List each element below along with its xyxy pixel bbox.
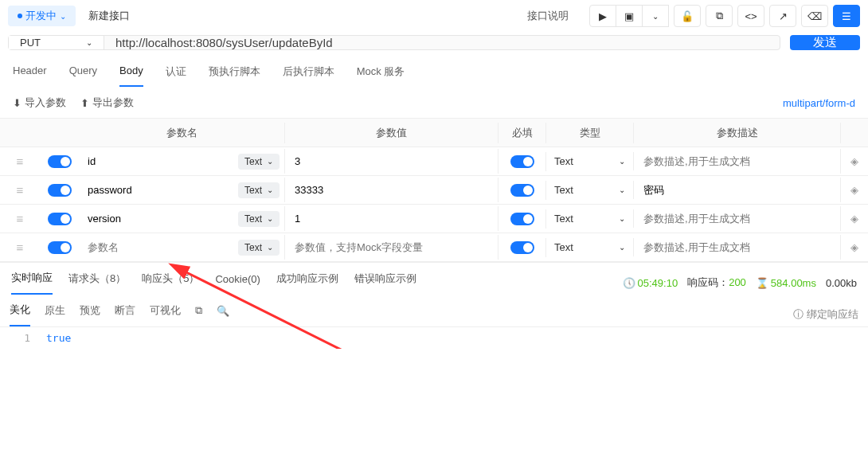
api-name[interactable]: 新建接口	[80, 6, 345, 26]
tab-auth[interactable]: 认证	[166, 64, 186, 87]
save-icon[interactable]: ▣	[616, 5, 643, 27]
help-icon: ⓘ	[793, 307, 803, 322]
field-type-select[interactable]: Text⌄	[238, 211, 280, 227]
param-name-input[interactable]	[84, 181, 233, 199]
field-type-select[interactable]: Text⌄	[238, 240, 280, 256]
chevron-down-icon: ⌄	[86, 38, 92, 47]
import-params-button[interactable]: ⬇导入参数	[13, 96, 66, 110]
data-type-select[interactable]: Text⌄	[546, 238, 634, 256]
exec-time: 05:49:10	[638, 277, 678, 289]
hourglass-icon: ⌛	[756, 277, 768, 289]
copy-icon[interactable]: ⧉	[706, 5, 733, 27]
resp-tab-live[interactable]: 实时响应	[11, 271, 53, 295]
send-button[interactable]: 发送	[790, 35, 860, 50]
param-row: ≡ Text⌄ Text⌄ ◈	[0, 176, 868, 205]
duration: 584.00ms	[771, 277, 816, 289]
required-toggle[interactable]	[510, 155, 534, 168]
param-desc-input[interactable]	[640, 209, 834, 228]
param-name-input[interactable]	[84, 209, 233, 228]
param-name-input[interactable]	[84, 152, 233, 170]
param-desc-input[interactable]	[640, 181, 834, 199]
export-params-button[interactable]: ⬆导出参数	[80, 96, 134, 110]
enable-toggle[interactable]	[48, 241, 72, 254]
body-type-select[interactable]: multipart/form-d	[783, 97, 855, 109]
cube-icon[interactable]: ◈	[850, 241, 858, 253]
resp-tab-cookie[interactable]: Cookie(0)	[215, 273, 260, 293]
chevron-down-icon: ⌄	[619, 243, 625, 252]
status-dot	[18, 14, 22, 18]
param-name-input[interactable]	[84, 238, 233, 256]
col-desc: 参数描述	[634, 123, 841, 143]
tab-pre-script[interactable]: 预执行脚本	[209, 64, 260, 87]
param-value-input[interactable]	[291, 181, 491, 199]
col-type: 类型	[546, 123, 634, 143]
param-value-input[interactable]	[291, 152, 491, 170]
drag-handle-icon[interactable]: ≡	[17, 154, 24, 168]
tool-visualize[interactable]: 可视化	[150, 303, 181, 326]
line-number: 1	[0, 327, 41, 349]
chevron-down-icon: ⌄	[267, 186, 273, 194]
required-toggle[interactable]	[510, 241, 534, 254]
resp-tab-resp-headers[interactable]: 响应头（5）	[142, 272, 199, 294]
tool-preview[interactable]: 预览	[80, 303, 100, 326]
bind-response-button[interactable]: ⓘ绑定响应结	[793, 307, 858, 322]
status-label: 响应码：	[687, 276, 729, 288]
tool-beautify[interactable]: 美化	[10, 303, 30, 326]
status-badge[interactable]: 开发中 ⌄	[8, 6, 76, 26]
download-icon: ⬇	[13, 97, 22, 109]
tab-mock[interactable]: Mock 服务	[357, 64, 405, 87]
chevron-down-icon: ⌄	[619, 186, 625, 194]
data-type-select[interactable]: Text⌄	[546, 209, 634, 228]
upload-icon: ⬆	[80, 97, 89, 109]
tab-body[interactable]: Body	[119, 64, 143, 87]
external-link-icon[interactable]: ↗	[769, 5, 796, 27]
response-content[interactable]: true	[41, 327, 76, 349]
tab-header[interactable]: Header	[13, 64, 47, 87]
drag-handle-icon[interactable]: ≡	[17, 183, 24, 197]
url-input[interactable]	[104, 36, 780, 49]
required-toggle[interactable]	[510, 184, 534, 197]
code-icon[interactable]: <>	[737, 5, 764, 27]
cube-icon[interactable]: ◈	[850, 213, 858, 225]
clock-icon: 🕔	[623, 277, 635, 289]
required-toggle[interactable]	[510, 213, 534, 225]
tab-query[interactable]: Query	[69, 64, 97, 87]
drag-handle-icon[interactable]: ≡	[17, 212, 24, 225]
chevron-down-icon: ⌄	[619, 214, 625, 223]
chevron-down-icon: ⌄	[619, 157, 625, 166]
search-response-button[interactable]: 🔍	[217, 305, 229, 325]
delete-icon[interactable]: ⌫	[801, 5, 828, 27]
http-method-select[interactable]: PUT ⌄	[9, 36, 104, 49]
copy-response-button[interactable]: ⧉	[195, 304, 202, 325]
drag-handle-icon[interactable]: ≡	[17, 240, 24, 254]
param-desc-input[interactable]	[640, 238, 834, 256]
resp-tab-req-headers[interactable]: 请求头（8）	[68, 272, 126, 294]
tab-post-script[interactable]: 后执行脚本	[283, 64, 334, 87]
lock-icon[interactable]: 🔓	[674, 5, 701, 27]
cube-icon[interactable]: ◈	[850, 184, 858, 196]
data-type-select[interactable]: Text⌄	[546, 152, 634, 170]
col-value: 参数值	[285, 123, 499, 143]
chevron-down-icon: ⌄	[267, 157, 273, 166]
col-required: 必填	[499, 123, 546, 143]
field-type-select[interactable]: Text⌄	[238, 154, 280, 170]
cube-icon[interactable]: ◈	[850, 155, 858, 167]
enable-toggle[interactable]	[48, 213, 72, 225]
api-description[interactable]: 接口说明	[527, 9, 569, 23]
save-dropdown-icon[interactable]: ⌄	[642, 5, 669, 27]
data-type-select[interactable]: Text⌄	[546, 181, 634, 199]
enable-toggle[interactable]	[48, 155, 72, 168]
play-icon[interactable]: ▶	[589, 5, 616, 27]
param-value-input[interactable]	[291, 209, 491, 228]
tool-raw[interactable]: 原生	[45, 303, 65, 326]
tool-assert[interactable]: 断言	[115, 303, 135, 326]
param-value-input[interactable]	[291, 238, 491, 256]
param-desc-input[interactable]	[640, 152, 834, 170]
enable-toggle[interactable]	[48, 184, 72, 197]
col-name: 参数名	[80, 123, 285, 143]
field-type-select[interactable]: Text⌄	[238, 182, 280, 198]
doc-icon[interactable]: ☰	[833, 5, 860, 27]
resp-tab-error[interactable]: 错误响应示例	[354, 272, 416, 294]
resp-tab-success[interactable]: 成功响应示例	[276, 272, 338, 294]
param-row: ≡ Text⌄ Text⌄ ◈	[0, 205, 868, 233]
